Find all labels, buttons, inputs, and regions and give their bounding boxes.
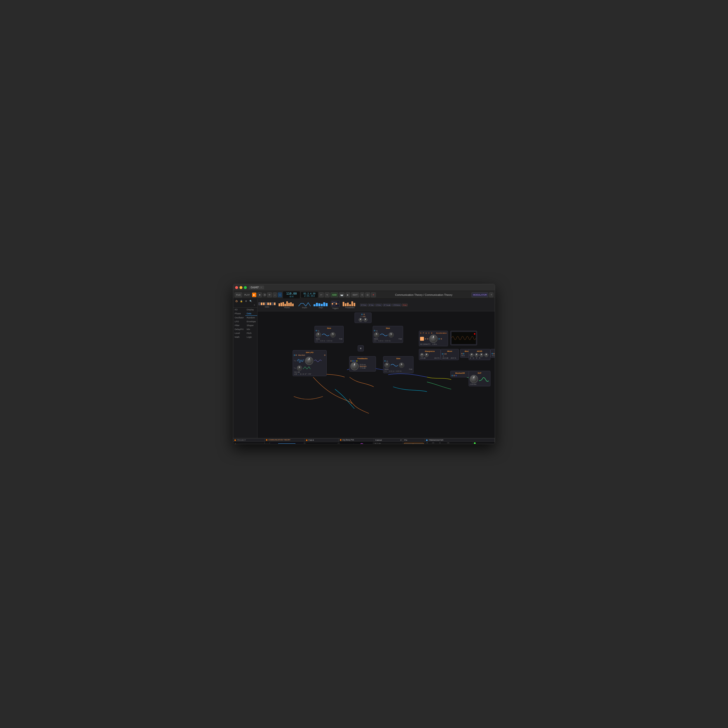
metronome-button[interactable]: □ (278, 292, 282, 297)
sidebar-math[interactable]: Math (233, 335, 245, 339)
sidebar-env[interactable]: Envelope (245, 320, 257, 323)
modulator-button[interactable]: MODULATOR (471, 292, 488, 297)
bool-port3[interactable] (456, 375, 457, 376)
svf-knob[interactable] (470, 375, 478, 383)
play-button[interactable]: ▶ (252, 292, 257, 297)
undo-button[interactable]: ↩ (319, 292, 324, 297)
sidebar-display[interactable]: Display (245, 308, 257, 312)
adsr-a[interactable] (470, 353, 474, 357)
close-button[interactable] (235, 286, 238, 289)
release-knob[interactable] (364, 318, 367, 322)
sharp-knob2[interactable] (425, 353, 428, 357)
shlfo-main-knob[interactable] (305, 357, 313, 365)
sidebar-mix[interactable]: Mix (245, 327, 257, 331)
sidebar-level[interactable]: Level (233, 331, 245, 335)
space-port1[interactable] (425, 338, 426, 340)
fb-main-knob[interactable] (350, 362, 359, 370)
fold-a-viz: L M H (306, 443, 338, 444)
paste-button[interactable]: ⊡ (365, 292, 370, 297)
shlfo-sub-knob[interactable] (297, 366, 302, 371)
attack-knob[interactable] (359, 318, 362, 322)
space-port4[interactable] (441, 338, 442, 340)
space-pad[interactable] (420, 337, 424, 341)
bool-port2[interactable] (454, 375, 455, 376)
record-button[interactable]: ● (263, 293, 266, 297)
s3-port1[interactable] (384, 360, 385, 362)
sidebar-logic[interactable]: Logic (245, 335, 257, 339)
blend-port1[interactable] (461, 353, 462, 354)
s2-skew-knob[interactable] (374, 332, 379, 338)
fb-port2[interactable] (352, 360, 353, 362)
help-button[interactable]: ? (489, 292, 493, 297)
sidebar-pitch[interactable]: Pitch (245, 331, 257, 335)
space-port2[interactable] (427, 338, 428, 340)
note-grid[interactable] (269, 442, 304, 444)
s2-fold-knob[interactable] (388, 332, 394, 338)
sidebar-shaper[interactable]: Shaper (245, 323, 257, 327)
search-icon[interactable]: 🔍 (249, 300, 253, 303)
project-header: PROJECT (233, 439, 265, 442)
add-button[interactable]: ADD (330, 292, 338, 297)
avg-bassy-header: Avg Bassy Pick (339, 439, 374, 441)
proj-expand1[interactable]: + (262, 444, 263, 444)
tab-close-icon[interactable]: × (261, 286, 262, 289)
power-icon[interactable]: ⏻ (235, 300, 238, 303)
sidebar-phase[interactable]: Phase (233, 312, 245, 316)
lock-icon[interactable]: 🔒 (239, 300, 243, 303)
fb-port1[interactable] (350, 360, 352, 362)
settings-icon[interactable]: ⚙ (245, 300, 248, 303)
port-out[interactable] (364, 314, 365, 315)
gv-port1[interactable] (492, 353, 493, 354)
sidebar-data[interactable]: Data (245, 312, 257, 316)
sidebar-osc[interactable]: Oscillator (233, 316, 245, 320)
s2-port1[interactable] (374, 330, 375, 331)
adsr-r[interactable] (484, 353, 488, 357)
delete-button[interactable]: ✕ (371, 292, 376, 297)
adsr-s[interactable] (480, 353, 483, 357)
file-button[interactable]: FILE (235, 292, 242, 297)
gv-port2[interactable] (493, 353, 494, 354)
edit-button[interactable]: EDIT (351, 292, 359, 297)
gate-cell (261, 302, 263, 305)
loop-button[interactable]: ⟳ (267, 292, 272, 297)
port-in[interactable] (361, 314, 362, 315)
window-module: Ø Window (392, 304, 401, 306)
sidebar-delay[interactable]: Delay/FX (233, 327, 245, 331)
space-port3[interactable] (439, 338, 440, 340)
sidebar-random[interactable]: Random (245, 316, 257, 320)
proj-item1[interactable]: + (234, 443, 264, 444)
mix-port2[interactable] (445, 353, 447, 355)
space-knob[interactable] (429, 335, 437, 343)
sidebar-close[interactable]: × (253, 304, 256, 306)
tab-grid40[interactable]: Grid40* × (249, 286, 264, 289)
arrow-button[interactable]: ▶ (346, 292, 350, 297)
fb-port4[interactable] (356, 360, 358, 362)
blend-port2[interactable] (463, 353, 464, 354)
shlfo-port2[interactable] (295, 355, 297, 356)
pre-btn[interactable]: Pre (404, 443, 424, 444)
play-label[interactable]: PLAY (243, 292, 251, 297)
sidebar-io[interactable]: I/O (233, 308, 245, 312)
copy-button[interactable]: ⎘ (360, 292, 364, 297)
s3-fold-knob[interactable] (399, 362, 404, 368)
stop-button[interactable]: ■ (257, 292, 262, 297)
adsr-d[interactable] (475, 353, 479, 357)
s1-fold-knob[interactable] (330, 332, 336, 338)
s1-port1[interactable] (316, 330, 317, 331)
click-button[interactable]: ♩ (273, 292, 277, 297)
shlfo-port3[interactable] (324, 355, 326, 356)
s3-skew-knob[interactable] (384, 362, 390, 368)
sharp-knob1[interactable] (420, 353, 424, 357)
minimize-button[interactable] (240, 286, 242, 289)
gates-label: Gates (265, 306, 269, 308)
shlfo-port1[interactable] (294, 355, 295, 356)
sidebar-filter[interactable]: Filter (233, 323, 245, 327)
fb-port3[interactable] (354, 360, 355, 362)
bool-port1[interactable] (451, 375, 453, 376)
s1-skew-knob[interactable] (316, 332, 321, 338)
maximize-button[interactable] (244, 286, 247, 289)
sidebar-lfo[interactable]: LFO (233, 320, 245, 323)
piano-button[interactable]: 🎹 (339, 292, 344, 297)
mix-port1[interactable] (442, 353, 443, 355)
redo-button[interactable]: ↪ (325, 292, 330, 297)
